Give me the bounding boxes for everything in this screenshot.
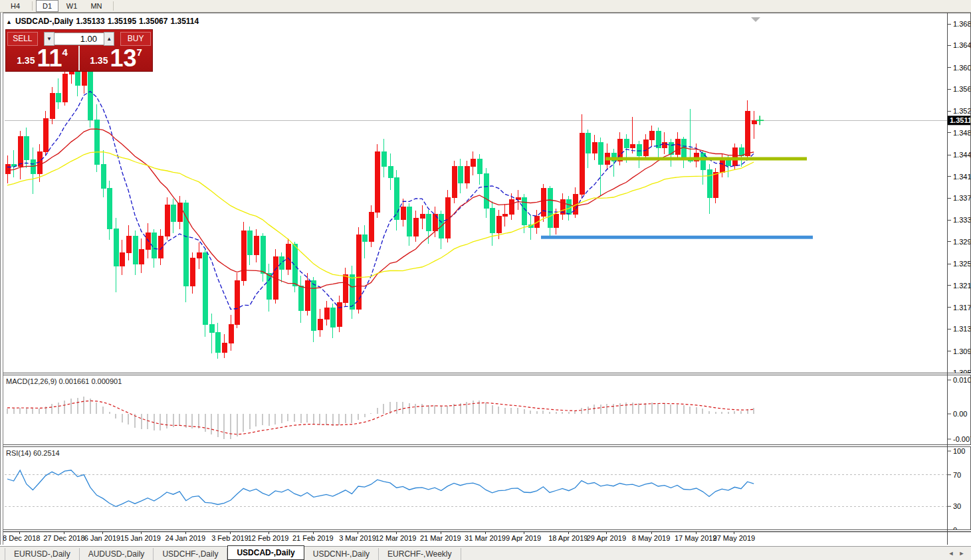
svg-text:1.35114: 1.35114	[950, 116, 970, 124]
volume-decrease-button[interactable]: ▼	[44, 32, 54, 46]
svg-text:1.35280: 1.35280	[953, 107, 970, 115]
collapse-triangle-icon[interactable]: ▲	[6, 19, 12, 25]
rsi-canvas: 10070300	[1, 447, 970, 529]
svg-text:1.34100: 1.34100	[953, 173, 970, 181]
volume-input[interactable]	[54, 33, 104, 45]
svg-text:1.32130: 1.32130	[953, 282, 970, 290]
chart-title: ▲USDCAD-,Daily1.351331.351951.350671.351…	[6, 17, 201, 26]
buy-pips: 13	[110, 47, 136, 69]
svg-text:1.31340: 1.31340	[953, 325, 970, 333]
sell-big-figure: 1.35	[17, 55, 35, 66]
svg-text:1.35680: 1.35680	[953, 85, 970, 93]
svg-text:1.36860: 1.36860	[953, 20, 970, 28]
timeframe-button-mn[interactable]: MN	[85, 0, 108, 12]
chart-tab-audusd-daily[interactable]: AUDUSD-,Daily	[80, 548, 154, 560]
rsi-value: 60.2514	[33, 449, 60, 457]
sell-button[interactable]: SELL	[7, 32, 38, 46]
sell-pip-fraction: 4	[62, 47, 67, 58]
buy-pip-fraction: 7	[136, 47, 142, 58]
macd-name: MACD(12,26,9)	[6, 377, 56, 385]
svg-text:1.30550: 1.30550	[953, 369, 970, 373]
svg-text:30: 30	[953, 502, 961, 510]
buy-price-display[interactable]: 1.35 13 7	[78, 46, 152, 70]
date-label: 9 Apr 2019	[498, 534, 549, 542]
date-label: 29 Apr 2019	[581, 534, 631, 542]
buy-big-figure: 1.35	[90, 55, 108, 66]
chart-symbol-label: USDCAD-,Daily	[15, 17, 73, 26]
quote-high: 1.35195	[108, 17, 136, 26]
chart-workspace: 1.368601.364701.360701.356801.352801.348…	[0, 13, 971, 546]
quote-open: 1.35133	[76, 17, 104, 26]
spinner-up-icon: ▲	[106, 36, 112, 42]
svg-text:1.32520: 1.32520	[953, 260, 970, 268]
chart-tab-usdchf-daily[interactable]: USDCHF-,Daily	[154, 548, 227, 560]
chart-tab-eurchf-weekly[interactable]: EURCHF-,Weekly	[379, 548, 461, 560]
date-axis: 18 Dec 201827 Dec 20186 Jan 201915 Jan 2…	[0, 531, 971, 545]
chart-tab-usdcad-daily[interactable]: USDCAD-,Daily	[227, 545, 304, 560]
svg-text:1.33310: 1.33310	[953, 216, 970, 224]
date-label: 8 May 2019	[626, 534, 677, 542]
sell-price-display[interactable]: 1.35 11 4	[6, 46, 78, 70]
svg-text:1.30940: 1.30940	[953, 347, 970, 355]
timeframe-button-d1[interactable]: D1	[36, 0, 58, 12]
toolbar-separator	[113, 1, 114, 11]
svg-text:1.34890: 1.34890	[953, 129, 970, 137]
main-chart-pane[interactable]: 1.368601.364701.360701.356801.352801.348…	[0, 13, 971, 373]
scroll-position-icon	[751, 17, 760, 22]
svg-text:100: 100	[953, 447, 965, 455]
svg-text:1.33710: 1.33710	[953, 194, 970, 202]
timeframe-toolbar: H4D1W1MN	[0, 0, 971, 13]
current-price-cross-icon	[756, 116, 764, 125]
date-label: 15 Jan 2019	[116, 534, 166, 542]
chart-tab-bar: EURUSD-,DailyAUDUSD-,DailyUSDCHF-,DailyU…	[0, 546, 971, 560]
buy-button[interactable]: BUY	[120, 32, 151, 46]
date-label: 24 Jan 2019	[160, 534, 211, 542]
timeframe-button-h4[interactable]: H4	[4, 0, 27, 12]
date-label: 18 Dec 2018	[0, 534, 45, 542]
svg-text:0.00: 0.00	[953, 410, 967, 418]
date-label: 21 Mar 2019	[415, 534, 466, 542]
svg-text:1.36470: 1.36470	[953, 41, 970, 49]
svg-text:-0.00747: -0.00747	[953, 435, 970, 443]
macd-canvas: 0.0102290.00-0.00747	[1, 375, 970, 444]
svg-text:70: 70	[953, 471, 961, 479]
date-label: 12 Mar 2019	[371, 534, 421, 542]
quote-low: 1.35067	[139, 17, 167, 26]
macd-signal-value: 0.000901	[91, 377, 122, 385]
rsi-name: RSI(14)	[6, 449, 31, 457]
axis-separator	[947, 13, 948, 545]
quote-close: 1.35114	[170, 17, 199, 26]
timeframe-button-w1[interactable]: W1	[60, 0, 83, 12]
spinner-down-icon: ▼	[47, 36, 52, 42]
svg-text:0: 0	[953, 526, 957, 529]
tab-scroll-right-icon: ►	[959, 550, 965, 557]
svg-text:0.010229: 0.010229	[953, 376, 970, 384]
date-label: 27 May 2019	[708, 534, 759, 542]
one-click-trading-panel: SELL ▼ ▲ BUY 1.35 11 4 1.35 13 7	[5, 29, 153, 72]
svg-text:1.31730: 1.31730	[953, 304, 970, 312]
tab-scroll-right-button[interactable]: ►	[956, 549, 967, 558]
volume-increase-button[interactable]: ▲	[104, 32, 114, 46]
date-label: 12 Feb 2019	[243, 534, 294, 542]
macd-indicator-pane[interactable]: 0.0102290.00-0.00747 MACD(12,26,9) 0.001…	[0, 375, 971, 445]
sell-pips: 11	[37, 47, 62, 69]
rsi-indicator-pane[interactable]: 10070300 RSI(14) 60.2514	[0, 446, 971, 530]
tab-scroll-left-button[interactable]: ◄	[946, 549, 956, 558]
toolbar-separator	[32, 1, 33, 11]
chart-tab-usdcnh-daily[interactable]: USDCNH-,Daily	[304, 548, 379, 560]
date-label: 21 Feb 2019	[288, 534, 338, 542]
svg-text:1.34490: 1.34490	[953, 151, 970, 159]
window-left-frame	[0, 13, 3, 545]
rsi-label: RSI(14) 60.2514	[6, 449, 60, 457]
chart-tab-eurusd-daily[interactable]: EURUSD-,Daily	[5, 548, 80, 560]
svg-text:1.32920: 1.32920	[953, 238, 970, 246]
macd-label: MACD(12,26,9) 0.001661 0.000901	[6, 377, 122, 385]
macd-main-value: 0.001661	[58, 377, 89, 385]
tab-scroll-left-icon: ◄	[948, 550, 954, 557]
svg-text:1.36070: 1.36070	[953, 64, 970, 72]
